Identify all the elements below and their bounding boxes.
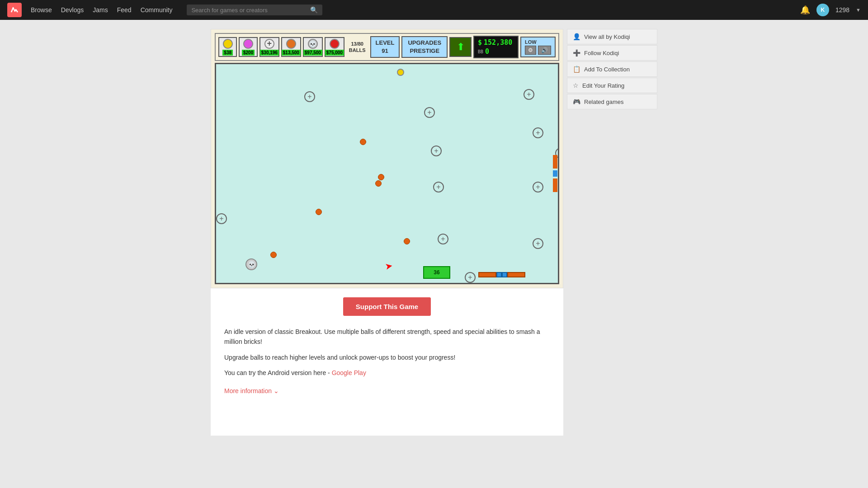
balls-total: 80: [358, 41, 363, 47]
ball-skull-active: 💀: [245, 258, 257, 270]
desc-paragraph-3: You can try the Android version here - G…: [224, 368, 550, 378]
bb-row: BB 0: [478, 47, 514, 56]
ball-red-icon: [330, 39, 340, 49]
paddle-orange-right: [507, 272, 525, 277]
edit-rating-icon: ☆: [573, 82, 579, 89]
nav-community[interactable]: Community: [141, 6, 173, 14]
add-to-collection-button[interactable]: 📋 Add To Collection: [567, 61, 657, 77]
username-display[interactable]: 1298: [835, 6, 849, 14]
settings-gear-button[interactable]: ⚙: [525, 46, 536, 55]
crosshair-6: +: [465, 272, 476, 283]
crosshair-11: +: [533, 238, 543, 249]
ball-pink-price: $200: [242, 50, 255, 56]
crosshair-4: +: [433, 182, 444, 192]
quality-label: LOW: [525, 39, 537, 45]
paddle: [478, 272, 525, 277]
crosshair-2: +: [424, 107, 435, 118]
view-all-label: View all by Kodiqi: [584, 33, 630, 40]
nav-browse[interactable]: Browse: [31, 6, 52, 14]
crosshair-3: +: [431, 145, 442, 156]
edit-rating-label: Edit Your Rating: [582, 82, 624, 89]
crosshair-1: +: [304, 91, 315, 102]
ball-skull-icon: 💀: [308, 39, 318, 49]
ball-plus-price: $30,196: [260, 50, 279, 56]
ball-orange-button[interactable]: $13,500: [281, 37, 301, 57]
top-navigation: Browse Devlogs Jams Feed Community 🔍 🔔 K…: [0, 0, 868, 20]
related-games-label: Related games: [584, 99, 623, 105]
ball-orange-icon: [286, 39, 296, 49]
main-content: $38 $200 + $30,196 $13,500: [211, 29, 563, 436]
upgrades-label: UPGRADES: [408, 39, 441, 47]
ball-orange-6: [270, 252, 277, 258]
balls-current: 13: [351, 41, 356, 47]
money-row: $ 152,380: [478, 38, 514, 47]
game-field[interactable]: + + + + + + + + + + + + + +: [215, 63, 559, 284]
money-symbol: $: [478, 38, 482, 47]
ball-skull-button[interactable]: 💀 $97,500: [303, 37, 323, 57]
google-play-link[interactable]: Google Play: [332, 369, 366, 376]
ball-yellow-button[interactable]: $38: [218, 37, 237, 57]
follow-button[interactable]: ➕ Follow Kodiqi: [567, 45, 657, 61]
edit-rating-button[interactable]: ☆ Edit Your Rating: [567, 78, 657, 93]
ball-orange-1: [360, 139, 366, 145]
crosshair-8: +: [524, 89, 534, 100]
ball-orange-4: [316, 209, 322, 215]
nav-right-section: 🔔 K 1298 ▼: [800, 4, 861, 16]
ball-skull-price: $97,500: [303, 50, 322, 56]
search-bar: 🔍: [187, 5, 322, 15]
ball-yellow-price: $38: [222, 50, 233, 56]
follow-label: Follow Kodiqi: [584, 50, 619, 56]
ball-plus-button[interactable]: + $30,196: [259, 37, 279, 57]
level-display: LEVEL 91: [370, 36, 400, 58]
ball-orange-3: [375, 180, 382, 187]
nav-devlogs[interactable]: Devlogs: [61, 6, 84, 14]
paddle-blue-mid2: [502, 272, 507, 277]
right-sidebar: 👤 View all by Kodiqi ➕ Follow Kodiqi 📋 A…: [567, 29, 657, 436]
side-indicator-blue: [553, 170, 557, 177]
desc-paragraph-1: An idle version of classic Breakout. Use…: [224, 327, 550, 347]
crosshair-9: +: [533, 127, 543, 138]
add-collection-label: Add To Collection: [584, 66, 630, 73]
game-info-section: Support This Game An idle version of cla…: [211, 288, 563, 404]
crosshair-10: +: [533, 182, 543, 192]
rank-display[interactable]: ⬆: [449, 37, 472, 57]
balls-counter: 13/80 BALLS: [346, 40, 368, 55]
paddle-blue-mid1: [496, 272, 502, 277]
desc-android-prefix: You can try the Android version here -: [224, 369, 332, 376]
level-label: LEVEL: [376, 39, 395, 47]
ball-pink-button[interactable]: $200: [239, 37, 257, 57]
ball-yellow-active: [397, 69, 404, 76]
ball-yellow-icon: [223, 39, 233, 49]
upgrades-prestige-button[interactable]: UPGRADES PRESTIGE: [401, 36, 448, 58]
crosshair-5: +: [438, 234, 448, 244]
ball-orange-2: [378, 174, 384, 180]
game-container: $38 $200 + $30,196 $13,500: [211, 29, 563, 288]
view-all-button[interactable]: 👤 View all by Kodiqi: [567, 29, 657, 44]
brick-green-36: 36: [423, 266, 450, 279]
site-logo[interactable]: [7, 3, 22, 17]
crosshair-7: +: [216, 213, 227, 224]
related-games-button[interactable]: 🎮 Related games: [567, 94, 657, 109]
related-games-icon: 🎮: [573, 98, 580, 105]
nav-feed[interactable]: Feed: [117, 6, 132, 14]
ball-orange-price: $13,500: [282, 50, 301, 56]
ball-orange-5: [404, 238, 410, 244]
prestige-label: PRESTIGE: [408, 47, 441, 55]
search-icon[interactable]: 🔍: [310, 6, 318, 14]
side-indicators: [552, 64, 558, 283]
level-number: 91: [376, 47, 395, 55]
bb-value: 0: [485, 47, 489, 56]
quality-row: LOW: [525, 39, 551, 45]
rank-chevron-icon: ⬆: [457, 41, 465, 53]
notifications-bell[interactable]: 🔔: [800, 5, 810, 15]
settings-sound-button[interactable]: 🔊: [538, 46, 551, 55]
support-game-button[interactable]: Support This Game: [343, 297, 431, 316]
account-dropdown-icon[interactable]: ▼: [856, 7, 861, 13]
nav-jams[interactable]: Jams: [93, 6, 108, 14]
more-info-link[interactable]: More information ⌄: [224, 387, 279, 394]
search-input[interactable]: [191, 7, 310, 14]
desc-paragraph-2: Upgrade balls to reach higher levels and…: [224, 352, 550, 362]
ball-red-button[interactable]: $75,000: [325, 37, 344, 57]
settings-display: LOW ⚙ 🔊: [520, 37, 556, 57]
money-display: $ 152,380 BB 0: [473, 36, 519, 58]
